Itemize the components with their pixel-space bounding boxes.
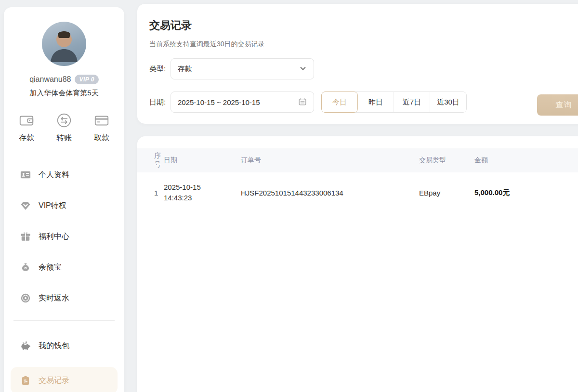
sidebar-item-transaction-records[interactable]: 交易记录: [11, 367, 118, 392]
date-filter-row: 日期: 2025-10-15 ~ 2025-10-15: [149, 91, 578, 113]
gift-icon: [20, 231, 31, 242]
date-range-input[interactable]: 2025-10-15 ~ 2025-10-15: [171, 91, 314, 113]
row-date-day: 2025-10-15: [164, 182, 241, 193]
table-row: 1 2025-10-15 14:43:23 HJSF20251015144323…: [137, 178, 578, 207]
type-select-value: 存款: [178, 65, 192, 74]
table-header-type: 交易类型: [419, 156, 474, 165]
row-order-no: HJSF202510151443233006134: [241, 189, 419, 197]
sidebar-item-vip[interactable]: VIP特权: [11, 197, 118, 214]
order-list-icon: [20, 375, 31, 386]
quick-action-withdraw[interactable]: 取款: [93, 112, 110, 143]
sidebar-item-label: 交易记录: [39, 376, 69, 386]
quick-action-label: 取款: [94, 133, 109, 143]
vip-badge: VIP 0: [75, 75, 98, 84]
page-subtitle: 当前系统支持查询最近30日的交易记录: [149, 40, 578, 49]
table-header-amount: 金额: [474, 156, 578, 165]
sidebar-item-profile[interactable]: 个人资料: [11, 166, 118, 183]
row-amount: 5,000.00元: [474, 188, 578, 197]
table-header-index: 序号: [137, 152, 164, 169]
page-title: 交易记录: [149, 18, 578, 33]
username: qianwanu88: [29, 75, 71, 84]
vip-gem-icon: [20, 200, 31, 211]
sidebar-item-label: VIP特权: [39, 201, 66, 211]
quick-action-transfer[interactable]: 转账: [56, 112, 72, 143]
avatar: [42, 22, 86, 66]
table-header-order-no: 订单号: [241, 156, 419, 165]
transactions-table-card: 序号 日期 订单号 交易类型 金额 1 2025-10-15 14:43:23 …: [137, 136, 578, 392]
row-index: 1: [137, 189, 164, 197]
quick-actions: 存款 转账: [4, 112, 124, 143]
join-days-text: 加入华体会体育第5天: [4, 89, 124, 98]
sidebar-item-my-wallet[interactable]: 我的钱包: [11, 337, 118, 354]
preset-label: 昨日: [368, 98, 383, 107]
preset-last7days-button[interactable]: 近7日: [394, 92, 430, 112]
type-filter-row: 类型: 存款: [149, 58, 578, 79]
row-date-time: 14:43:23: [164, 193, 241, 203]
transfer-icon: [56, 112, 72, 129]
preset-yesterday-button[interactable]: 昨日: [358, 92, 394, 112]
quick-action-label: 转账: [56, 133, 72, 143]
preset-label: 近30日: [437, 98, 460, 107]
sidebar-item-welfare[interactable]: 福利中心: [11, 228, 118, 245]
quick-action-label: 存款: [19, 133, 34, 143]
filter-card: 交易记录 当前系统支持查询最近30日的交易记录 类型: 存款 日期: 2025-…: [137, 4, 578, 124]
sidebar-menu: 个人资料 VIP特权: [4, 166, 124, 392]
piggy-bank-icon: [20, 340, 31, 351]
chevron-down-icon: [299, 65, 307, 74]
sidebar-item-rebate[interactable]: 实时返水: [11, 289, 118, 307]
preset-last30days-button[interactable]: 近30日: [430, 92, 466, 112]
coin-icon: [20, 293, 31, 303]
row-type: EBpay: [419, 189, 474, 197]
sidebar-item-label: 我的钱包: [39, 341, 69, 351]
preset-label: 今日: [332, 98, 347, 107]
transaction-records-page: qianwanu88 VIP 0 加入华体会体育第5天 存款: [0, 0, 578, 392]
table-header-row: 序号 日期 订单号 交易类型 金额: [137, 148, 578, 172]
avatar-portrait-graphic: [42, 22, 86, 66]
date-range-value: 2025-10-15 ~ 2025-10-15: [178, 98, 260, 106]
sidebar-item-label: 福利中心: [39, 232, 69, 242]
id-card-icon: [20, 170, 31, 180]
sidebar-item-label: 实时返水: [39, 293, 69, 303]
sidebar: qianwanu88 VIP 0 加入华体会体育第5天 存款: [4, 7, 124, 392]
type-select[interactable]: 存款: [171, 58, 314, 79]
preset-label: 近7日: [403, 98, 421, 107]
row-date: 2025-10-15 14:43:23: [164, 182, 241, 203]
table-header-date: 日期: [164, 156, 241, 165]
sidebar-item-yuebao[interactable]: 余额宝: [11, 259, 118, 276]
sidebar-item-label: 个人资料: [39, 170, 69, 180]
user-info-row: qianwanu88 VIP 0: [4, 75, 124, 84]
date-range-presets: 今日 昨日 近7日 近30日: [321, 91, 467, 113]
calendar-icon: [298, 97, 307, 107]
type-label: 类型:: [149, 65, 171, 74]
quick-action-deposit[interactable]: 存款: [18, 112, 35, 143]
sidebar-divider: [13, 320, 115, 321]
money-bag-icon: [20, 262, 31, 273]
date-label: 日期:: [149, 98, 171, 107]
bank-card-icon: [93, 112, 110, 129]
wallet-icon: [18, 112, 35, 129]
search-button[interactable]: 查询: [537, 94, 578, 116]
sidebar-item-label: 余额宝: [39, 262, 62, 273]
preset-today-button[interactable]: 今日: [321, 91, 358, 113]
